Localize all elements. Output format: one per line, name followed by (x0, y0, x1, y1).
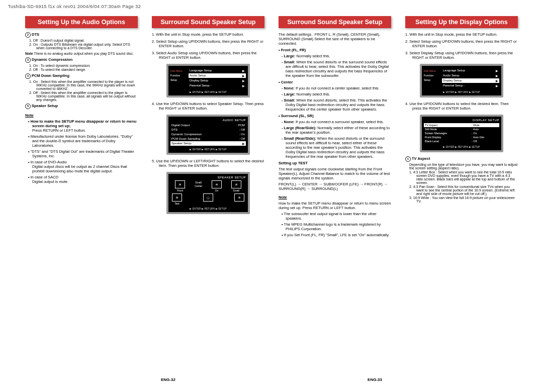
display-setup-screen: DISPLAY SETUP TV Aspect: Wide Still Mode… (420, 115, 503, 152)
banner-display: Setting Up the Display Options (405, 16, 518, 28)
tv-aspect-head: 1TV Aspect (405, 156, 518, 162)
dc-head: 3Dynamic Compression (25, 57, 138, 63)
banner-audio: Setting Up the Audio Options (25, 16, 138, 28)
dts-head: 2DTS (25, 32, 138, 38)
banner-surround-2: Surround Sound Speaker Setup (279, 16, 391, 28)
center-head: • Center (279, 80, 391, 84)
page-header: Toshiba-SD-6915 f1x ok rev01 2004/6/04 0… (0, 0, 543, 11)
col-surround-setup-2: Surround Sound Speaker Setup The default… (279, 16, 391, 239)
page-number-left: ENG-32 (161, 377, 175, 382)
banner-surround-1: Surround Sound Speaker Setup (152, 16, 264, 28)
col-surround-setup-1: Surround Sound Speaker Setup 1. With the… (152, 16, 264, 239)
speaker-setup-screen: SPEAKER SETUP ⊞Front SmallCenter ⊞On ⊞Sm… (166, 172, 250, 214)
note-head: Note (25, 113, 138, 118)
front-head: • Front (FL, FR) (279, 48, 391, 52)
col-audio-options: Setting Up the Audio Options 2DTS 1. Off… (25, 16, 138, 239)
setup-menu-screen-2: Disk Menu Function Setup Language Setup▶… (420, 64, 503, 97)
ss-head: 5Speaker Setup (25, 104, 138, 109)
audio-setup-screen: AUDIO SETUP Digital Output: PCM DTS: Off… (166, 115, 250, 155)
surround-head: • Surround (SL, SR) (279, 114, 391, 118)
content: Setting Up the Audio Options 2DTS 1. Off… (0, 11, 543, 239)
setup-menu-screen: Disk Menu Function Setup Language Setup▶… (166, 64, 250, 97)
page-number-right: ENG-33 (368, 377, 382, 382)
col-display-options: Setting Up the Display Options 1. With t… (405, 16, 518, 239)
pcm-head: 4PCM Down Sampling (25, 73, 138, 79)
test-head: Setting up TEST (279, 161, 391, 165)
